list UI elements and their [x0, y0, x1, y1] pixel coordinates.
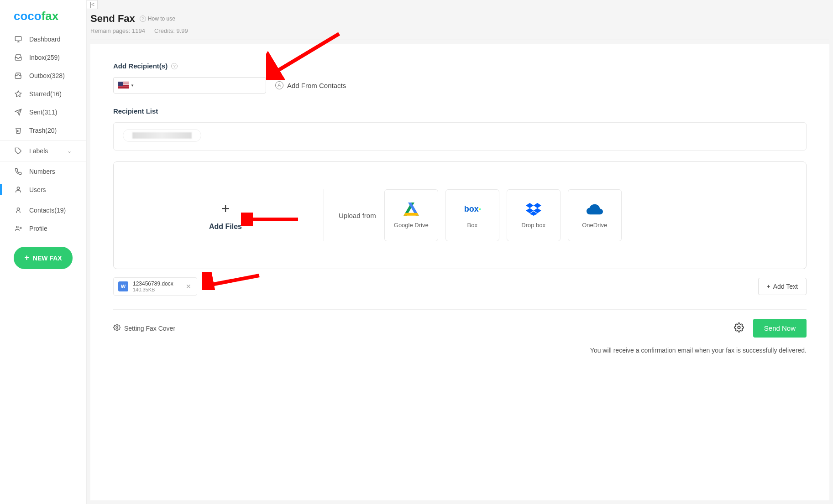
fax-cover-label: Setting Fax Cover — [124, 325, 175, 332]
sidebar-item-label: Outbox(328) — [29, 72, 65, 79]
star-icon — [15, 90, 22, 98]
recipient-chip-content — [132, 132, 192, 139]
recipient-input[interactable] — [138, 82, 261, 89]
how-to-use-link[interactable]: ? How to use — [140, 16, 175, 22]
svg-point-13 — [116, 327, 118, 328]
sidebar-item-contacts[interactable]: Contacts(19) — [0, 201, 86, 219]
gear-icon — [113, 324, 120, 333]
sidebar: cocofax Dashboard Inbox(259) Outbox(328)… — [0, 0, 87, 504]
sidebar-item-starred[interactable]: Starred(16) — [0, 85, 86, 103]
new-fax-button[interactable]: + NEW FAX — [14, 247, 73, 269]
provider-onedrive[interactable]: OneDrive — [568, 189, 622, 241]
add-text-label: Add Text — [773, 283, 798, 290]
svg-point-7 — [17, 187, 19, 189]
provider-dropbox[interactable]: Drop box — [507, 189, 561, 241]
sidebar-collapse-button[interactable]: |< — [87, 0, 98, 9]
google-drive-icon — [403, 203, 419, 216]
how-to-use-label: How to use — [148, 16, 175, 22]
add-from-contacts-label: Add From Contacts — [287, 82, 346, 89]
sidebar-item-label: Inbox(259) — [29, 54, 60, 61]
user-icon — [15, 186, 22, 193]
svg-point-8 — [17, 208, 19, 210]
file-size: 140.35KB — [133, 287, 180, 292]
monitor-icon — [15, 36, 22, 43]
chevron-down-icon: ▼ — [131, 83, 134, 88]
box-icon: box — [464, 203, 481, 216]
nav-tertiary: Contacts(19) Profile — [0, 201, 86, 238]
content: Add Recipient(s) ? ▼ Add From Contacts — [90, 44, 829, 500]
svg-marker-3 — [15, 91, 21, 97]
help-icon: ? — [140, 16, 146, 22]
file-chip: W 123456789.docx 140.35KB ✕ — [113, 277, 197, 296]
logo-part1: coco — [14, 9, 42, 23]
provider-label: Box — [467, 222, 477, 229]
sidebar-item-sent[interactable]: Sent(311) — [0, 103, 86, 121]
recipient-list — [113, 122, 807, 151]
sidebar-item-label: Users — [29, 186, 46, 193]
add-recipients-label: Add Recipient(s) ? — [113, 62, 807, 70]
svg-point-12 — [278, 84, 280, 85]
main: |< Send Fax ? How to use Remain pages: 1… — [87, 0, 833, 504]
page-title: Send Fax — [90, 13, 135, 25]
nav-secondary: Numbers Users — [0, 162, 86, 199]
svg-point-9 — [16, 226, 18, 228]
dropbox-icon — [525, 203, 542, 216]
sidebar-item-label: Trash(20) — [29, 127, 57, 134]
provider-label: Drop box — [521, 222, 545, 229]
nav-divider — [0, 140, 86, 141]
sidebar-item-inbox[interactable]: Inbox(259) — [0, 48, 86, 67]
logo-part2: fax — [42, 9, 59, 23]
provider-box[interactable]: box Box — [445, 189, 499, 241]
sidebar-item-label: Contacts(19) — [29, 207, 66, 214]
page-header: Send Fax ? How to use Remain pages: 1194… — [90, 0, 829, 40]
add-from-contacts-button[interactable]: Add From Contacts — [275, 81, 346, 89]
send-icon — [15, 109, 22, 116]
plus-icon: + — [767, 283, 770, 290]
settings-button[interactable] — [734, 322, 744, 334]
sidebar-item-dashboard[interactable]: Dashboard — [0, 30, 86, 48]
provider-google-drive[interactable]: Google Drive — [384, 189, 438, 241]
help-icon[interactable]: ? — [171, 63, 178, 69]
sidebar-item-label: Profile — [29, 225, 47, 232]
gear-icon — [734, 322, 744, 333]
sidebar-item-label: Sent(311) — [29, 109, 57, 116]
sidebar-item-trash[interactable]: Trash(20) — [0, 121, 86, 140]
recipient-chip[interactable] — [123, 129, 201, 142]
nav-divider — [0, 200, 86, 200]
provider-label: Google Drive — [394, 222, 429, 229]
send-now-button[interactable]: Send Now — [753, 319, 807, 338]
sidebar-item-label: Labels — [29, 147, 48, 155]
add-files-button[interactable]: + Add Files — [127, 189, 324, 241]
tag-icon — [15, 147, 22, 155]
logo[interactable]: cocofax — [0, 0, 86, 30]
sidebar-item-labels[interactable]: Labels ⌄ — [0, 142, 86, 160]
provider-label: OneDrive — [582, 222, 607, 229]
sidebar-item-profile[interactable]: Profile — [0, 219, 86, 238]
file-name: 123456789.docx — [133, 281, 180, 287]
sidebar-item-numbers[interactable]: Numbers — [0, 162, 86, 181]
file-remove-button[interactable]: ✕ — [185, 282, 192, 291]
recipient-list-label: Recipient List — [113, 107, 807, 115]
remain-pages: Remain pages: 1194 — [90, 27, 145, 34]
sidebar-item-outbox[interactable]: Outbox(328) — [0, 67, 86, 85]
add-text-button[interactable]: + Add Text — [758, 278, 807, 295]
country-flag-selector[interactable]: ▼ — [118, 82, 134, 89]
svg-point-14 — [738, 326, 740, 329]
sidebar-item-users[interactable]: Users — [0, 181, 86, 199]
contact-circle-icon — [275, 81, 283, 89]
contacts-icon — [15, 207, 22, 214]
nav-divider — [0, 161, 86, 161]
setting-fax-cover-button[interactable]: Setting Fax Cover — [113, 324, 175, 333]
new-fax-label: NEW FAX — [33, 255, 62, 262]
confirmation-note: You will receive a confirmation email wh… — [113, 347, 807, 354]
upload-box: + Add Files Upload from Google Drive — [113, 161, 807, 269]
sidebar-item-label: Numbers — [29, 168, 55, 175]
credits: Credits: 9.99 — [154, 27, 188, 34]
recipient-input-wrap[interactable]: ▼ — [113, 77, 266, 94]
phone-icon — [15, 168, 22, 175]
plus-icon: + — [221, 200, 230, 217]
trash-icon — [15, 127, 22, 134]
chevron-down-icon: ⌄ — [67, 148, 72, 154]
svg-rect-0 — [15, 36, 21, 41]
nav-primary: Dashboard Inbox(259) Outbox(328) Starred… — [0, 30, 86, 140]
